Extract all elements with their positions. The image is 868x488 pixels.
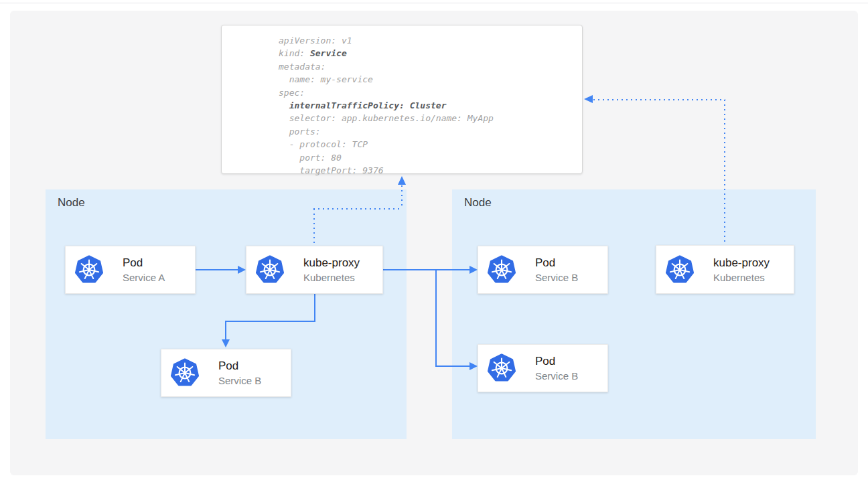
top-divider bbox=[0, 3, 868, 3]
yaml-line: apiVersion: v1 bbox=[279, 34, 575, 47]
card-title: kube-proxy bbox=[713, 256, 770, 270]
node-label: Node bbox=[58, 196, 85, 210]
arrowhead-right-icon bbox=[469, 266, 478, 274]
service-yaml-card: apiVersion: v1 kind: Service metadata: n… bbox=[221, 25, 583, 174]
yaml-line: ports: bbox=[279, 125, 575, 138]
arrowhead-right-icon bbox=[469, 362, 478, 370]
kubernetes-logo-icon bbox=[170, 358, 200, 388]
arrowhead-right-icon bbox=[238, 266, 246, 274]
line-elbow-horizontal bbox=[225, 321, 315, 322]
node-box-right: Node bbox=[452, 189, 816, 439]
yaml-line: selector: app.kubernetes.io/name: MyApp bbox=[279, 112, 575, 125]
card-title: Pod bbox=[123, 256, 165, 270]
card-subtitle: Service B bbox=[218, 374, 261, 387]
yaml-line: metadata: bbox=[279, 60, 575, 73]
card-subtitle: Kubernetes bbox=[713, 271, 770, 284]
dotted-line-kube-proxy-up bbox=[313, 209, 315, 246]
card-subtitle: Service A bbox=[123, 271, 165, 284]
card-title: Pod bbox=[535, 354, 578, 368]
card-subtitle: Service B bbox=[535, 271, 578, 284]
node-box-left: Node bbox=[46, 189, 407, 439]
kubernetes-logo-icon bbox=[665, 255, 695, 284]
arrow-line-pod-a-to-kube-proxy bbox=[196, 269, 238, 270]
arrowhead-up-icon bbox=[398, 176, 406, 185]
yaml-line: kind: Service bbox=[279, 47, 575, 60]
yaml-line: spec: bbox=[279, 86, 575, 99]
pod-service-b-right-bottom-card: Pod Service B bbox=[478, 344, 608, 392]
kube-proxy-left-card: kube-proxy Kubernetes bbox=[246, 246, 383, 294]
yaml-line: name: my-service bbox=[279, 73, 575, 86]
node-label: Node bbox=[464, 196, 492, 210]
dotted-line-kube-proxy-right-up bbox=[724, 100, 725, 245]
yaml-line: - protocol: TCP bbox=[279, 138, 575, 151]
kube-proxy-right-card: kube-proxy Kubernetes bbox=[656, 245, 794, 294]
arrow-line-kube-proxy-to-pod-b-top bbox=[383, 269, 469, 270]
branch-line-vertical bbox=[435, 269, 437, 366]
card-subtitle: Kubernetes bbox=[303, 271, 360, 284]
card-title: Pod bbox=[535, 256, 578, 270]
kubernetes-logo-icon bbox=[487, 353, 516, 383]
arrow-line-branch-to-pod-b-bottom bbox=[435, 365, 469, 367]
line-elbow-vertical bbox=[225, 321, 226, 340]
yaml-line: internalTrafficPolicy: Cluster bbox=[279, 99, 575, 112]
pod-service-b-right-top-card: Pod Service B bbox=[478, 246, 608, 294]
dotted-line-to-yaml-bottom bbox=[401, 185, 403, 208]
pod-service-a-card: Pod Service A bbox=[65, 246, 196, 294]
kubernetes-logo-icon bbox=[74, 255, 104, 284]
yaml-line: port: 80 bbox=[279, 151, 575, 164]
card-subtitle: Service B bbox=[535, 370, 578, 382]
kubernetes-logo-icon bbox=[487, 255, 516, 284]
dotted-line-horizontal-right bbox=[593, 99, 725, 100]
card-title: kube-proxy bbox=[303, 256, 360, 270]
card-title: Pod bbox=[218, 359, 261, 373]
line-kube-proxy-down bbox=[314, 294, 315, 322]
dotted-line-horizontal-left bbox=[313, 208, 403, 210]
arrowhead-down-icon bbox=[222, 339, 230, 347]
yaml-line: targetPort: 9376 bbox=[279, 164, 575, 177]
arrowhead-left-icon bbox=[584, 95, 593, 103]
pod-service-b-left-card: Pod Service B bbox=[161, 349, 291, 397]
kubernetes-logo-icon bbox=[255, 255, 285, 284]
